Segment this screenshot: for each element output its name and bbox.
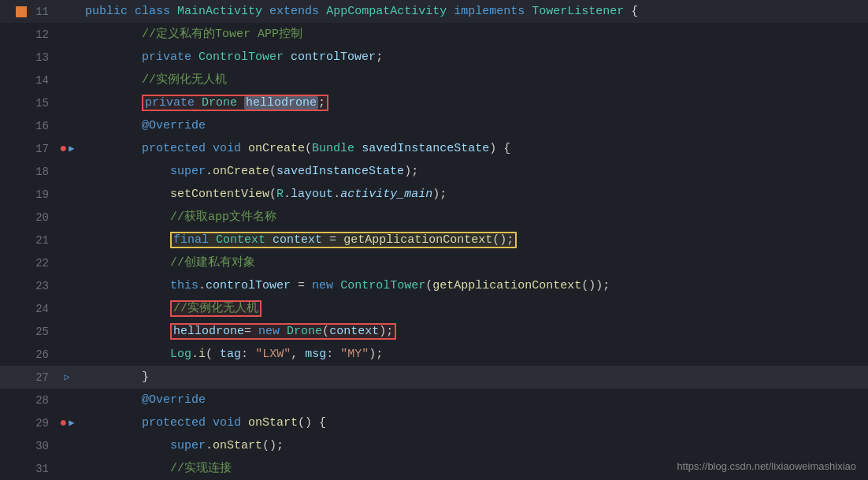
code-line-24: 24 //实例化无人机: [0, 297, 868, 320]
code-line-18: 18 super.onCreate(savedInstanceState);: [0, 160, 868, 183]
class-icon: [16, 6, 27, 17]
code-line-19: 19 setContentView(R.layout.activity_main…: [0, 183, 868, 206]
line-content-12: //定义私有的Tower APP控制: [79, 24, 868, 46]
line-content-14: //实例化无人机: [79, 69, 868, 91]
gutter-17: ● ▶: [55, 142, 79, 156]
gutter-27: ▷: [55, 371, 79, 383]
breakpoint-icon-29: ●: [60, 416, 68, 430]
line-content-24: //实例化无人机: [79, 298, 868, 320]
line-number-27: 27: [0, 371, 55, 384]
code-line-27: 27 ▷ }: [0, 366, 868, 389]
code-line-26: 26 Log.i( tag: "LXW", msg: "MY");: [0, 343, 868, 366]
line-content-22: //创建私有对象: [79, 252, 868, 274]
code-line-11: 11 public class MainActivity extends App…: [0, 0, 868, 23]
line-content-28: @Override: [79, 389, 868, 411]
line-number-25: 25: [0, 326, 55, 338]
line-content-15: private Drone hellodrone;: [79, 92, 868, 114]
line-number-17: 17: [0, 143, 55, 155]
code-line-20: 20 //获取app文件名称: [0, 206, 868, 229]
code-line-17: 17 ● ▶ protected void onCreate(Bundle sa…: [0, 137, 868, 160]
line-number-18: 18: [0, 166, 55, 178]
line-number-30: 30: [0, 440, 55, 452]
line-content-16: @Override: [79, 115, 868, 137]
code-line-12: 12 //定义私有的Tower APP控制: [0, 23, 868, 46]
bookmark-icon-27: ▷: [64, 371, 69, 383]
line-number-14: 14: [0, 74, 55, 87]
line-content-30: super.onStart();: [79, 435, 868, 457]
code-line-14: 14 //实例化无人机: [0, 69, 868, 91]
bookmark-icon-17: ▶: [69, 143, 74, 154]
line-number-21: 21: [0, 234, 55, 247]
line-number-29: 29: [0, 417, 55, 430]
line-number-22: 22: [0, 257, 55, 270]
code-line-23: 23 this.controlTower = new ControlTower(…: [0, 274, 868, 297]
code-editor: 11 public class MainActivity extends App…: [0, 0, 868, 480]
line-number-16: 16: [0, 120, 55, 132]
code-line-28: 28 @Override: [0, 389, 868, 411]
line-content-27: }: [79, 367, 868, 389]
code-line-30: 30 super.onStart();: [0, 434, 868, 457]
line-number-26: 26: [0, 348, 55, 361]
line-content-21: final Context context = getApplicationCo…: [79, 229, 868, 251]
line-content-13: private ControlTower controlTower;: [79, 47, 868, 69]
line-content-23: this.controlTower = new ControlTower(get…: [79, 275, 868, 297]
line-number-12: 12: [0, 28, 55, 41]
line-number-20: 20: [0, 211, 55, 224]
line-number-15: 15: [0, 97, 55, 110]
line-content-29: protected void onStart() {: [79, 412, 868, 434]
line-number-13: 13: [0, 51, 55, 64]
code-line-21: 21 final Context context = getApplicatio…: [0, 229, 868, 251]
code-line-16: 16 @Override: [0, 114, 868, 137]
line-number-31: 31: [0, 463, 55, 475]
line-content-11: public class MainActivity extends AppCom…: [79, 1, 868, 23]
bookmark-icon-29: ▶: [69, 417, 74, 429]
line-number-28: 28: [0, 394, 55, 407]
line-number-19: 19: [0, 188, 55, 201]
breakpoint-icon-17: ●: [60, 142, 68, 156]
code-line-15: 15 private Drone hellodrone;: [0, 91, 868, 114]
code-line-13: 13 private ControlTower controlTower;: [0, 46, 868, 69]
line-content-19: setContentView(R.layout.activity_main);: [79, 184, 868, 206]
code-line-22: 22 //创建私有对象: [0, 251, 868, 274]
code-line-25: 25 hellodrone= new Drone(context);: [0, 320, 868, 343]
line-number-24: 24: [0, 303, 55, 315]
code-line-29: 29 ● ▶ protected void onStart() {: [0, 411, 868, 434]
gutter-29: ● ▶: [55, 416, 79, 430]
line-content-20: //获取app文件名称: [79, 207, 868, 229]
line-number-23: 23: [0, 280, 55, 292]
watermark: https://blog.csdn.net/lixiaoweimashixiao: [677, 460, 856, 472]
line-content-26: Log.i( tag: "LXW", msg: "MY");: [79, 344, 868, 366]
line-content-17: protected void onCreate(Bundle savedInst…: [79, 138, 868, 160]
line-number-11: 11: [0, 6, 55, 18]
line-content-25: hellodrone= new Drone(context);: [79, 321, 868, 343]
line-content-18: super.onCreate(savedInstanceState);: [79, 161, 868, 183]
